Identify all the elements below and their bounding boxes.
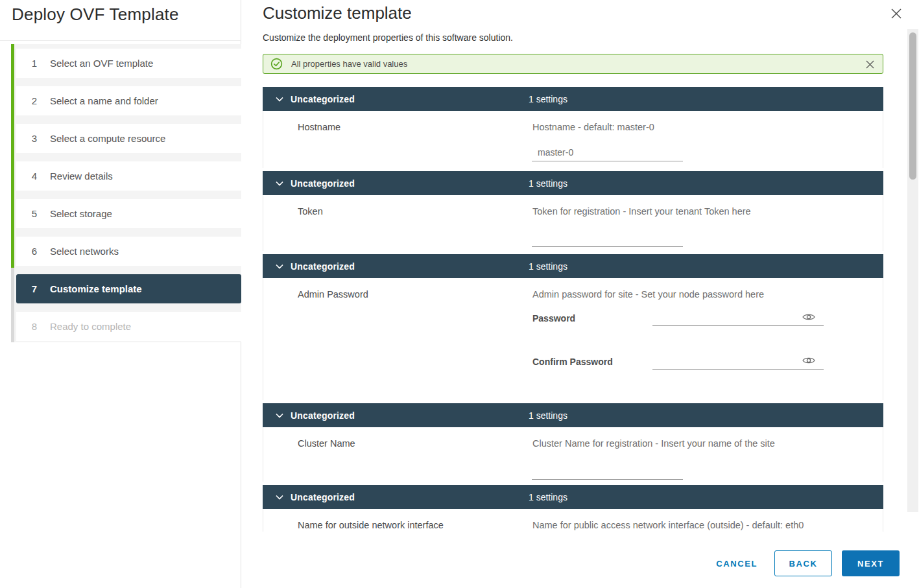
property-description: Name for public access network interface… — [532, 520, 804, 530]
property-description: Token for registration - Insert your ten… — [532, 206, 751, 217]
close-icon[interactable] — [890, 7, 903, 20]
section-title: Uncategorized — [291, 261, 355, 272]
property-section-token: Uncategorized 1 settings Token Token for… — [263, 171, 883, 251]
sidebar-divider — [0, 40, 241, 41]
confirm-password-input[interactable] — [652, 353, 824, 370]
deploy-ovf-template-dialog: { "colors": { "accent_blue": "#0079b8", … — [0, 0, 919, 588]
step-label: Customize template — [50, 283, 142, 294]
chevron-down-icon — [276, 181, 283, 186]
step-number: 5 — [28, 208, 41, 219]
property-description: Hostname - default: master-0 — [532, 122, 654, 132]
wizard-sidebar: Deploy OVF Template 1 Select an OVF temp… — [0, 0, 241, 588]
scrollbar-track[interactable] — [907, 29, 918, 512]
section-settings-count: 1 settings — [529, 261, 567, 272]
step-label: Select a name and folder — [50, 95, 158, 106]
property-label: Admin Password — [298, 289, 368, 300]
step-label: Ready to complete — [50, 321, 131, 332]
section-body: Admin Password Admin password for site -… — [263, 278, 883, 400]
wizard-steps: 1 Select an OVF template 2 Select a name… — [11, 44, 241, 342]
step-8-ready-to-complete: 8 Ready to complete — [16, 312, 241, 341]
step-label: Select an OVF template — [50, 58, 153, 69]
step-number: 3 — [28, 133, 41, 144]
chevron-down-icon — [276, 264, 283, 269]
validation-banner: All properties have valid values — [263, 54, 883, 74]
step-number: 6 — [28, 246, 41, 257]
step-5-select-storage[interactable]: 5 Select storage — [16, 199, 241, 228]
cluster-name-input[interactable] — [532, 463, 683, 480]
property-section-cluster-name: Uncategorized 1 settings Cluster Name Cl… — [263, 403, 883, 482]
section-body: Name for outside network interface Name … — [263, 509, 883, 532]
section-header[interactable]: Uncategorized 1 settings — [263, 485, 883, 509]
property-description: Admin password for site - Set your node … — [532, 289, 764, 300]
step-1-select-ovf-template[interactable]: 1 Select an OVF template — [16, 49, 241, 78]
section-settings-count: 1 settings — [529, 178, 567, 189]
confirm-password-label: Confirm Password — [532, 357, 613, 367]
section-header[interactable]: Uncategorized 1 settings — [263, 254, 883, 278]
customize-template-panel: Customize template Customize the deploym… — [242, 0, 919, 588]
step-7-customize-template-active[interactable]: 7 Customize template — [16, 274, 241, 303]
property-section-outside-interface: Uncategorized 1 settings Name for outsid… — [263, 485, 883, 532]
property-label: Hostname — [298, 122, 340, 132]
step-number: 1 — [28, 58, 41, 69]
property-label: Name for outside network interface — [298, 520, 444, 530]
show-password-icon[interactable] — [802, 312, 816, 322]
password-input[interactable] — [652, 309, 824, 326]
section-settings-count: 1 settings — [529, 410, 567, 421]
section-body: Hostname Hostname - default: master-0 — [263, 111, 883, 168]
scrollbar-thumb[interactable] — [909, 32, 916, 180]
back-button[interactable]: BACK — [774, 550, 832, 576]
chevron-down-icon — [276, 413, 283, 418]
step-label: Select a compute resource — [50, 133, 165, 144]
section-title: Uncategorized — [291, 94, 355, 104]
next-button[interactable]: NEXT — [842, 550, 900, 576]
step-label: Select networks — [50, 246, 119, 257]
chevron-down-icon — [276, 495, 283, 500]
hostname-input[interactable] — [532, 145, 683, 161]
cancel-button[interactable]: CANCEL — [716, 559, 758, 569]
section-settings-count: 1 settings — [529, 94, 567, 104]
wizard-footer: CANCEL BACK NEXT — [716, 550, 900, 576]
step-number: 7 — [28, 283, 41, 294]
section-body: Cluster Name Cluster Name for registrati… — [263, 427, 883, 482]
section-header[interactable]: Uncategorized 1 settings — [263, 171, 883, 195]
page-subtitle: Customize the deployment properties of t… — [263, 32, 513, 43]
property-description: Cluster Name for registration - Insert y… — [532, 438, 775, 449]
step-2-select-name-folder[interactable]: 2 Select a name and folder — [16, 86, 241, 115]
section-title: Uncategorized — [291, 178, 355, 189]
validation-banner-text: All properties have valid values — [291, 59, 407, 69]
step-4-review-details[interactable]: 4 Review details — [16, 161, 241, 191]
property-section-admin-password: Uncategorized 1 settings Admin Password … — [263, 254, 883, 400]
property-section-hostname: Uncategorized 1 settings Hostname Hostna… — [263, 87, 883, 168]
section-title: Uncategorized — [291, 410, 355, 421]
step-3-select-compute-resource[interactable]: 3 Select a compute resource — [16, 124, 241, 153]
page-title: Customize template — [263, 3, 412, 23]
step-number: 4 — [28, 171, 41, 182]
step-number: 2 — [28, 95, 41, 106]
step-label: Select storage — [50, 208, 112, 219]
password-label: Password — [532, 313, 575, 323]
banner-dismiss-icon[interactable] — [865, 60, 875, 69]
property-label: Cluster Name — [298, 438, 355, 449]
section-body: Token Token for registration - Insert yo… — [263, 195, 883, 251]
show-confirm-password-icon[interactable] — [802, 356, 816, 365]
step-label: Review details — [50, 171, 113, 182]
progress-bar-remaining — [11, 268, 14, 342]
check-circle-icon — [270, 58, 283, 70]
properties-list: Uncategorized 1 settings Hostname Hostna… — [263, 87, 883, 532]
wizard-title: Deploy OVF Template — [12, 5, 179, 25]
property-label: Token — [298, 206, 323, 217]
chevron-down-icon — [276, 97, 283, 102]
step-number: 8 — [28, 321, 41, 332]
token-input[interactable] — [532, 230, 683, 247]
section-header[interactable]: Uncategorized 1 settings — [263, 403, 883, 427]
section-title: Uncategorized — [291, 492, 355, 502]
progress-bar-completed — [11, 44, 14, 268]
section-header[interactable]: Uncategorized 1 settings — [263, 87, 883, 111]
step-6-select-networks[interactable]: 6 Select networks — [16, 237, 241, 266]
section-settings-count: 1 settings — [529, 492, 567, 502]
